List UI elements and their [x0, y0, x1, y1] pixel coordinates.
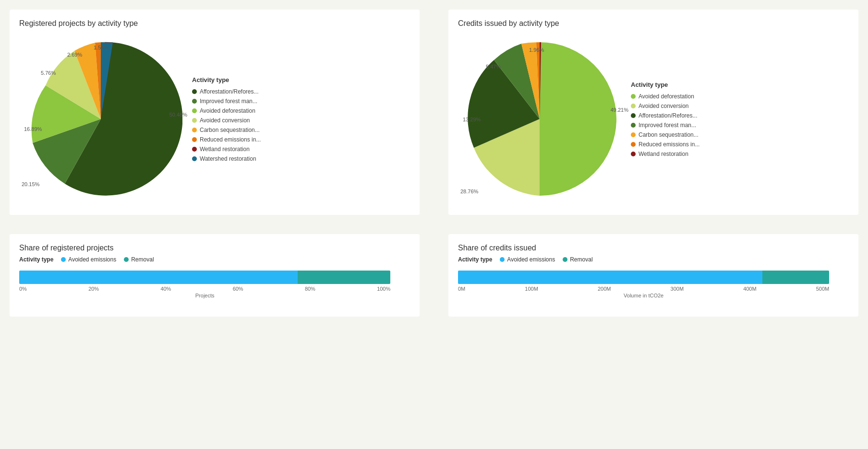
- legend-label-0: Afforestation/Refores...: [200, 88, 259, 95]
- registered-removal-segment: [298, 271, 390, 284]
- registered-stacked-bar: [19, 271, 390, 284]
- axis-label-0m: 0M: [458, 286, 465, 292]
- credits-legend-label-2: Afforestation/Refores...: [639, 112, 698, 119]
- legend-dot-0: [192, 89, 197, 94]
- dashboard: Registered projects by activity type: [10, 10, 858, 317]
- registered-bar-title: Share of registered projects: [19, 244, 410, 252]
- registered-bar-legend-avoided: Avoided emissions: [61, 256, 116, 263]
- legend-label-4: Carbon sequestration...: [200, 127, 260, 133]
- credits-avoided-label: Avoided emissions: [507, 256, 555, 263]
- axis-label-200m: 200M: [598, 286, 611, 292]
- credits-legend-item-5: Reduced emissions in...: [631, 141, 717, 148]
- legend-label-5: Reduced emissions in...: [200, 136, 261, 143]
- credits-legend-dot-2: [631, 113, 636, 118]
- credits-avoided-dot: [500, 257, 505, 262]
- credits-pie-wrapper: 49.21% 28.76% 13.29% 5.47% 1.96%: [458, 37, 621, 201]
- legend-dot-4: [192, 128, 197, 132]
- registered-legend-title: Activity type: [192, 76, 278, 83]
- legend-dot-7: [192, 156, 197, 161]
- credits-label-2: 1.96%: [529, 47, 544, 53]
- registered-bar-legend-label: Activity type: [19, 256, 53, 263]
- credits-legend-dot-1: [631, 104, 636, 108]
- label-154: 1.54%: [94, 45, 108, 50]
- registered-avoided-segment: [19, 271, 298, 284]
- registered-pie-container: 50.48% 20.15% 16.89% 5.76% 2.69% 1.54% A…: [19, 37, 410, 201]
- registered-axis-title: Projects: [19, 293, 390, 298]
- credits-axis-labels: 0M 100M 200M 300M 400M 500M: [458, 286, 829, 292]
- avoided-emissions-dot: [61, 257, 66, 262]
- label-6: 5.76%: [41, 70, 56, 76]
- registered-pie-section: Registered projects by activity type: [10, 10, 420, 215]
- avoided-emissions-label: Avoided emissions: [68, 256, 116, 263]
- label-17: 16.89%: [24, 126, 42, 132]
- credits-bar-section: Share of credits issued Activity type Av…: [448, 234, 858, 317]
- credits-legend-label-6: Wetland restoration: [639, 151, 688, 157]
- axis-label-60pct: 60%: [233, 286, 243, 292]
- legend-item-6: Wetland restoration: [192, 146, 278, 153]
- legend-label-6: Wetland restoration: [200, 146, 250, 153]
- credits-legend-item-0: Avoided deforestation: [631, 93, 717, 100]
- credits-pie-section: Credits issued by activity type: [448, 10, 858, 215]
- credits-pie-title: Credits issued by activity type: [458, 19, 849, 28]
- credits-bar-legend-avoided: Avoided emissions: [500, 256, 555, 263]
- credits-bar-title: Share of credits issued: [458, 244, 849, 252]
- credits-legend-item-1: Avoided conversion: [631, 103, 717, 109]
- credits-legend-title: Activity type: [631, 81, 717, 88]
- legend-dot-3: [192, 118, 197, 123]
- axis-label-400m: 400M: [743, 286, 757, 292]
- removal-label: Removal: [131, 256, 154, 263]
- registered-pie-svg: [19, 37, 182, 201]
- credits-legend-item-4: Carbon sequestration...: [631, 131, 717, 138]
- registered-pie-legend: Activity type Afforestation/Refores... I…: [192, 76, 278, 162]
- credits-legend-dot-5: [631, 142, 636, 147]
- label-20: 20.15%: [22, 181, 39, 187]
- legend-item-2: Avoided deforestation: [192, 107, 278, 114]
- registered-bar-legend: Activity type Avoided emissions Removal: [19, 256, 410, 263]
- legend-dot-1: [192, 99, 197, 104]
- credits-removal-label: Removal: [570, 256, 592, 263]
- credits-legend-dot-4: [631, 132, 636, 137]
- credits-legend-label-1: Avoided conversion: [639, 103, 689, 109]
- legend-item-0: Afforestation/Refores...: [192, 88, 278, 95]
- axis-label-500m: 500M: [816, 286, 830, 292]
- credits-legend-label-5: Reduced emissions in...: [639, 141, 699, 148]
- registered-stacked-bar-wrapper: 0% 20% 40% 60% 80% 100% Projects: [19, 271, 410, 298]
- credits-avoided-segment: [458, 271, 762, 284]
- axis-label-20pct: 20%: [88, 286, 99, 292]
- legend-item-5: Reduced emissions in...: [192, 136, 278, 143]
- label-27: 2.69%: [67, 52, 82, 58]
- legend-dot-6: [192, 147, 197, 152]
- legend-dot-2: [192, 108, 197, 113]
- credits-legend-label-0: Avoided deforestation: [639, 93, 694, 100]
- legend-item-3: Avoided conversion: [192, 117, 278, 124]
- credits-pie-container: 49.21% 28.76% 13.29% 5.47% 1.96% Activit…: [458, 37, 849, 201]
- credits-legend-item-3: Improved forest man...: [631, 122, 717, 129]
- credits-label-13: 13.29%: [463, 117, 481, 122]
- legend-item-4: Carbon sequestration...: [192, 127, 278, 133]
- credits-pie-legend: Activity type Avoided deforestation Avoi…: [631, 81, 717, 157]
- axis-label-100m: 100M: [525, 286, 538, 292]
- legend-dot-5: [192, 137, 197, 142]
- credits-removal-dot: [563, 257, 567, 262]
- registered-pie-title: Registered projects by activity type: [19, 19, 410, 28]
- registered-bar-legend-removal: Removal: [124, 256, 154, 263]
- credits-legend-label-3: Improved forest man...: [639, 122, 696, 129]
- registered-bar-section: Share of registered projects Activity ty…: [10, 234, 420, 317]
- credits-label-28: 28.76%: [460, 189, 478, 194]
- credits-legend-label-4: Carbon sequestration...: [639, 131, 699, 138]
- label-50: 50.48%: [169, 112, 187, 118]
- legend-label-3: Avoided conversion: [200, 117, 250, 124]
- credits-label-49: 49.21%: [611, 107, 628, 113]
- legend-item-1: Improved forest man...: [192, 98, 278, 105]
- credits-legend-item-2: Afforestation/Refores...: [631, 112, 717, 119]
- credits-stacked-bar: [458, 271, 829, 284]
- removal-dot: [124, 257, 129, 262]
- credits-pie-svg: [458, 37, 621, 201]
- credits-bar-legend-label: Activity type: [458, 256, 492, 263]
- axis-label-300m: 300M: [671, 286, 684, 292]
- credits-stacked-bar-wrapper: 0M 100M 200M 300M 400M 500M Volume in tC…: [458, 271, 849, 298]
- credits-removal-segment: [762, 271, 829, 284]
- legend-item-7: Watershed restoration: [192, 155, 278, 162]
- registered-axis-labels: 0% 20% 40% 60% 80% 100%: [19, 286, 390, 292]
- credits-axis-title: Volume in tCO2e: [458, 293, 829, 298]
